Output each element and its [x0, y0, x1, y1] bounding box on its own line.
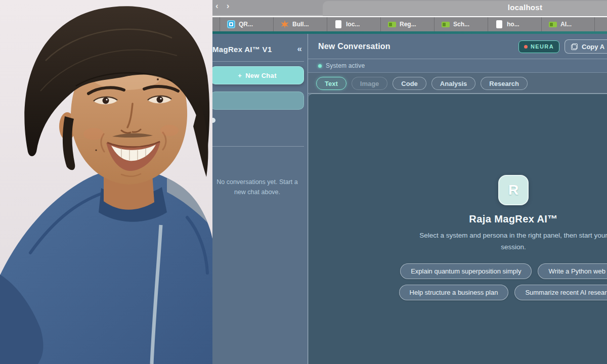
bookmark-item[interactable]: loc... [327, 17, 380, 31]
bookmark-item[interactable]: AI... [541, 17, 595, 31]
chat-panel: R Raja MagRex AI™ Select a system and pe… [308, 94, 607, 364]
burst-icon [281, 20, 289, 28]
copy-label: Copy A [582, 43, 604, 51]
welcome-subtitle: Select a system and persona in the right… [407, 230, 607, 253]
forward-button[interactable]: › [227, 2, 230, 10]
tab-research[interactable]: Research [481, 77, 528, 90]
copy-button[interactable]: Copy A [565, 39, 607, 54]
portrait-photo [0, 0, 212, 364]
divider [212, 61, 304, 62]
bookmark-item[interactable]: Reg... [380, 17, 434, 31]
bookmark-item[interactable]: Bull... [273, 17, 327, 31]
app-logo: R [498, 175, 529, 205]
bookmark-item[interactable]: Sch... [434, 17, 488, 31]
page-title: New Conversation [318, 42, 391, 51]
divider [212, 146, 304, 147]
green-tag-icon [388, 22, 396, 27]
suggestion-pill[interactable]: Explain quantum superposition simply [400, 263, 532, 279]
bookmark-label: Reg... [400, 21, 416, 28]
page-icon [496, 20, 502, 28]
neura-status-badge: NEURA [518, 40, 559, 53]
sidebar-title: MagRex AI™ V1 [212, 45, 272, 54]
conversation-header: New Conversation NEURA Copy A [308, 34, 607, 59]
bookmarks-bar: QR... Bull... loc... Reg... Sch... ho...… [212, 17, 607, 31]
new-chat-label: New Chat [245, 72, 277, 79]
welcome-title: Raja MagRex AI™ [309, 213, 607, 225]
page-icon [335, 20, 341, 28]
bookmark-label: QR... [239, 21, 253, 28]
suggestion-pill[interactable]: Summarize recent AI research t [514, 285, 607, 300]
url-bar[interactable]: localhost [323, 1, 607, 16]
tab-code[interactable]: Code [393, 77, 426, 90]
bookmark-item[interactable]: QR... [220, 17, 273, 31]
collapse-sidebar-icon[interactable]: « [297, 44, 302, 54]
mode-tabs: Text Image Code Analysis Research [308, 73, 607, 94]
status-dot-icon [318, 64, 322, 68]
bookmark-label: Sch... [453, 21, 469, 28]
status-text: System active [326, 62, 365, 69]
tab-analysis[interactable]: Analysis [431, 77, 475, 90]
copy-icon [571, 43, 578, 50]
search-conversations-input[interactable] [212, 92, 304, 110]
screenshot-root: ‹ › localhost QR... Bull... loc... Reg..… [0, 0, 607, 364]
browser-chrome: ‹ › localhost [212, 0, 607, 16]
badge-label: NEURA [531, 43, 554, 50]
bookmark-label: ho... [507, 21, 519, 28]
qr-icon [227, 20, 235, 28]
suggestion-pill[interactable]: Write a Python web scr [538, 263, 607, 279]
system-status: System active [308, 59, 607, 73]
bookmark-label: AI... [560, 21, 572, 28]
badge-dot-icon [524, 45, 528, 49]
app-content: MagRex AI™ V1 « + New Chat No conversati… [212, 34, 607, 364]
tab-text[interactable]: Text [316, 77, 346, 90]
sidebar: MagRex AI™ V1 « + New Chat No conversati… [212, 34, 308, 364]
green-tag-icon [549, 22, 557, 27]
browser-window: ‹ › localhost QR... Bull... loc... Reg..… [212, 0, 607, 364]
suggestion-pill[interactable]: Help structure a business plan [399, 285, 509, 300]
empty-conversations-text: No conversations yet. Start a new chat a… [212, 177, 304, 197]
main-panel: New Conversation NEURA Copy A [308, 34, 607, 364]
back-button[interactable]: ‹ [215, 2, 219, 10]
portrait-illustration [0, 0, 212, 364]
bookmark-label: Bull... [292, 21, 309, 28]
bookmark-item[interactable]: ho... [488, 17, 541, 31]
tab-image[interactable]: Image [352, 77, 388, 90]
green-tag-icon [442, 22, 450, 27]
bookmark-label: loc... [346, 21, 360, 28]
welcome-empty-state: R Raja MagRex AI™ Select a system and pe… [309, 175, 607, 300]
new-chat-button[interactable]: + New Chat [212, 66, 304, 84]
plus-icon: + [238, 72, 242, 79]
